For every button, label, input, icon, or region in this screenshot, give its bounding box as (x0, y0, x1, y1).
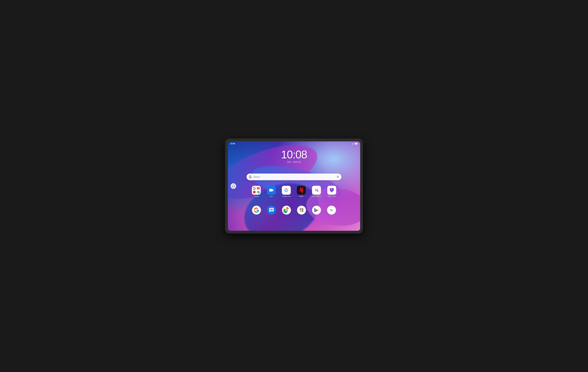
svg-point-32 (302, 210, 302, 210)
app-chrome[interactable] (282, 206, 291, 215)
home-screen: 10:08 10 (228, 141, 360, 231)
svg-point-11 (287, 190, 288, 191)
app-duo[interactable]: Duo (267, 186, 276, 197)
clock-time: 10:08 (281, 149, 307, 160)
app-google[interactable]: Google (252, 186, 261, 197)
app-play-store[interactable] (312, 206, 321, 215)
app-instantmemo-label: Instant Memo (312, 196, 321, 197)
svg-point-12 (286, 191, 287, 192)
app-google-label: Google (254, 196, 259, 197)
svg-point-25 (286, 209, 287, 211)
app-googlelens-label: Google Lens (282, 196, 291, 197)
wallpaper-swirl-3 (236, 173, 327, 231)
app-tabletcenter-label: Tablet center (327, 196, 336, 197)
app-instant-memo[interactable]: Instant Memo (312, 186, 321, 197)
camera-notch (294, 140, 294, 141)
svg-rect-17 (315, 189, 318, 189)
center-clock: 10:08 Sun, JAN 19 (281, 149, 307, 163)
apps-row-1: Google Duo (252, 186, 336, 197)
svg-point-10 (286, 188, 287, 189)
mic-icon[interactable] (336, 175, 339, 178)
battery-icon (355, 143, 358, 145)
tablet-screen: 10:08 10 (228, 141, 360, 231)
svg-point-20 (331, 189, 332, 190)
svg-rect-19 (315, 191, 317, 191)
status-time: 10:08 (230, 143, 235, 145)
google-logo-icon (249, 175, 252, 178)
app-messages[interactable] (267, 206, 276, 215)
app-netflix[interactable]: N Netflix (297, 186, 306, 197)
wallpaper-swirl-2 (249, 161, 345, 207)
svg-rect-1 (357, 143, 358, 144)
svg-point-33 (331, 209, 332, 210)
svg-point-13 (284, 190, 285, 191)
app-google-g[interactable] (252, 206, 261, 215)
svg-text:N: N (300, 189, 302, 193)
app-tablet-center[interactable]: Tablet center (327, 186, 336, 197)
status-bar: 10:08 (228, 141, 360, 146)
google-assistant-button[interactable] (231, 183, 236, 189)
wifi-icon (352, 143, 354, 145)
svg-rect-18 (315, 190, 318, 190)
google-search-bar[interactable] (247, 174, 341, 180)
app-google-assistant[interactable] (297, 206, 306, 215)
svg-point-31 (301, 210, 301, 210)
svg-point-3 (231, 183, 236, 189)
app-netflix-label: Netflix (299, 196, 304, 197)
app-google-lens[interactable]: Google Lens (282, 186, 291, 197)
search-input[interactable] (253, 176, 336, 178)
apps-row-2 (252, 206, 336, 215)
svg-rect-2 (355, 143, 357, 144)
tablet-device: 10:08 10 (225, 139, 363, 234)
app-google-photos[interactable] (327, 206, 336, 215)
status-icons (352, 143, 358, 145)
app-duo-label: Duo (270, 196, 273, 197)
clock-date: Sun, JAN 19 (281, 161, 307, 163)
svg-point-14 (286, 190, 287, 191)
